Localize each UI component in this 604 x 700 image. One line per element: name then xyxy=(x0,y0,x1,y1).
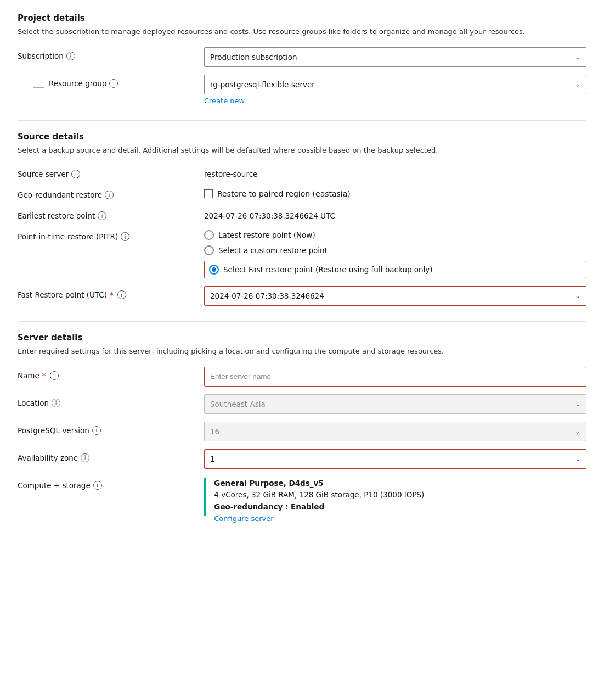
source-server-label: Source server i xyxy=(18,165,204,178)
pg-version-label: PostgreSQL version i xyxy=(18,422,204,435)
location-dropdown[interactable]: Southeast Asia ⌄ xyxy=(204,394,586,414)
fast-restore-label: Fast Restore point (UTC) * i xyxy=(18,286,204,299)
availability-dropdown[interactable]: 1 ⌄ xyxy=(204,449,586,469)
resource-group-control: rg-postgresql-flexible-server ⌄ Create n… xyxy=(204,75,586,105)
section-divider-1 xyxy=(18,120,586,121)
source-server-row: Source server i restore-source xyxy=(18,165,586,178)
earliest-restore-control: 2024-07-26 07:30:38.3246624 UTC xyxy=(204,207,586,220)
availability-info-icon[interactable]: i xyxy=(81,453,89,462)
resource-group-row: Resource group i rg-postgresql-flexible-… xyxy=(18,75,586,105)
pg-version-control: 16 ⌄ xyxy=(204,422,586,441)
pg-version-row: PostgreSQL version i 16 ⌄ xyxy=(18,422,586,441)
fast-restore-info-icon[interactable]: i xyxy=(117,290,126,299)
project-section-desc: Select the subscription to manage deploy… xyxy=(18,26,586,37)
compute-specs: 4 vCores, 32 GiB RAM, 128 GiB storage, P… xyxy=(214,490,424,499)
project-section-title: Project details xyxy=(18,13,586,23)
earliest-restore-info-icon[interactable]: i xyxy=(98,211,106,220)
subscription-info-icon[interactable]: i xyxy=(66,52,75,60)
radio-custom-circle[interactable] xyxy=(204,245,214,255)
fast-restore-row: Fast Restore point (UTC) * i 2024-07-26 … xyxy=(18,286,586,306)
location-chevron-icon: ⌄ xyxy=(575,400,580,408)
availability-chevron-icon: ⌄ xyxy=(575,455,580,463)
fast-restore-control: 2024-07-26 07:30:38.3246624 ⌄ xyxy=(204,286,586,306)
location-label: Location i xyxy=(18,394,204,407)
location-row: Location i Southeast Asia ⌄ xyxy=(18,394,586,414)
subscription-row: Subscription i Production subscription ⌄ xyxy=(18,47,586,67)
radio-fast-label: Select Fast restore point (Restore using… xyxy=(223,265,433,274)
geo-redundant-checkbox-row: Restore to paired region (eastasia) xyxy=(204,186,586,198)
server-name-control xyxy=(204,367,586,387)
server-section-desc: Enter required settings for this server,… xyxy=(18,346,586,357)
pitr-control: Latest restore point (Now) Select a cust… xyxy=(204,228,586,278)
geo-redundant-info-icon[interactable]: i xyxy=(105,191,114,199)
subscription-label: Subscription i xyxy=(18,47,204,60)
pitr-row: Point-in-time-restore (PITR) i Latest re… xyxy=(18,228,586,278)
source-section-desc: Select a backup source and detail. Addit… xyxy=(18,145,586,156)
server-section-title: Server details xyxy=(18,333,586,343)
pg-version-chevron-icon: ⌄ xyxy=(575,428,580,435)
resource-group-chevron-icon: ⌄ xyxy=(575,81,580,88)
resource-group-label: Resource group i xyxy=(18,75,204,88)
source-server-value: restore-source xyxy=(204,165,586,178)
availability-control: 1 ⌄ xyxy=(204,449,586,469)
compute-info-icon[interactable]: i xyxy=(93,481,102,490)
server-details-section: Server details Enter required settings f… xyxy=(18,333,586,526)
earliest-restore-value: 2024-07-26 07:30:38.3246624 UTC xyxy=(204,207,586,220)
configure-server-link[interactable]: Configure server xyxy=(214,514,273,523)
fast-restore-dropdown[interactable]: 2024-07-26 07:30:38.3246624 ⌄ xyxy=(204,286,586,306)
resource-group-info-icon[interactable]: i xyxy=(109,79,118,88)
name-required: * xyxy=(42,371,46,380)
compute-box: General Purpose, D4ds_v5 4 vCores, 32 Gi… xyxy=(204,477,586,527)
fast-restore-required: * xyxy=(110,290,114,299)
geo-redundant-checkbox-label: Restore to paired region (eastasia) xyxy=(217,189,351,198)
resource-group-dropdown[interactable]: rg-postgresql-flexible-server ⌄ xyxy=(204,75,586,94)
pg-version-info-icon[interactable]: i xyxy=(92,426,101,435)
pitr-info-icon[interactable]: i xyxy=(121,232,129,241)
create-new-link[interactable]: Create new xyxy=(204,97,245,105)
radio-latest[interactable]: Latest restore point (Now) xyxy=(204,230,586,240)
fast-restore-chevron-icon: ⌄ xyxy=(575,292,580,300)
location-info-icon[interactable]: i xyxy=(52,399,60,407)
server-name-info-icon[interactable]: i xyxy=(50,371,59,380)
radio-fast[interactable]: Select Fast restore point (Restore using… xyxy=(204,261,586,278)
earliest-restore-label: Earliest restore point i xyxy=(18,207,204,220)
project-details-section: Project details Select the subscription … xyxy=(18,13,586,105)
geo-redundancy: Geo-redundancy : Enabled xyxy=(214,502,324,511)
radio-latest-circle[interactable] xyxy=(204,230,214,240)
radio-fast-circle[interactable] xyxy=(209,265,219,275)
compute-label: Compute + storage i xyxy=(18,477,204,490)
location-control: Southeast Asia ⌄ xyxy=(204,394,586,414)
geo-redundant-control: Restore to paired region (eastasia) xyxy=(204,186,586,198)
pg-version-dropdown[interactable]: 16 ⌄ xyxy=(204,422,586,441)
section-divider-2 xyxy=(18,321,586,322)
geo-redundant-row: Geo-redundant restore i Restore to paire… xyxy=(18,186,586,199)
radio-custom[interactable]: Select a custom restore point xyxy=(204,245,586,255)
pitr-radio-group: Latest restore point (Now) Select a cust… xyxy=(204,228,586,278)
source-server-control: restore-source xyxy=(204,165,586,178)
compute-tier: General Purpose, D4ds_v5 xyxy=(214,479,323,488)
earliest-restore-row: Earliest restore point i 2024-07-26 07:3… xyxy=(18,207,586,220)
server-name-row: Name * i xyxy=(18,367,586,387)
source-section-title: Source details xyxy=(18,132,586,142)
compute-text: General Purpose, D4ds_v5 4 vCores, 32 Gi… xyxy=(214,478,424,525)
geo-redundant-checkbox[interactable] xyxy=(204,189,213,198)
availability-row: Availability zone i 1 ⌄ xyxy=(18,449,586,469)
radio-latest-label: Latest restore point (Now) xyxy=(218,231,315,239)
geo-redundant-label: Geo-redundant restore i xyxy=(18,186,204,199)
source-server-info-icon[interactable]: i xyxy=(71,170,80,178)
tree-line-icon xyxy=(33,75,44,88)
radio-custom-label: Select a custom restore point xyxy=(218,246,328,255)
pitr-label: Point-in-time-restore (PITR) i xyxy=(18,228,204,241)
compute-control: General Purpose, D4ds_v5 4 vCores, 32 Gi… xyxy=(204,477,586,527)
source-details-section: Source details Select a backup source an… xyxy=(18,132,586,306)
compute-row: Compute + storage i General Purpose, D4d… xyxy=(18,477,586,527)
subscription-chevron-icon: ⌄ xyxy=(575,53,580,61)
availability-label: Availability zone i xyxy=(18,449,204,462)
server-name-input[interactable] xyxy=(204,367,586,387)
subscription-dropdown[interactable]: Production subscription ⌄ xyxy=(204,47,586,67)
subscription-control: Production subscription ⌄ xyxy=(204,47,586,67)
compute-green-bar xyxy=(204,478,206,516)
server-name-label: Name * i xyxy=(18,367,204,380)
